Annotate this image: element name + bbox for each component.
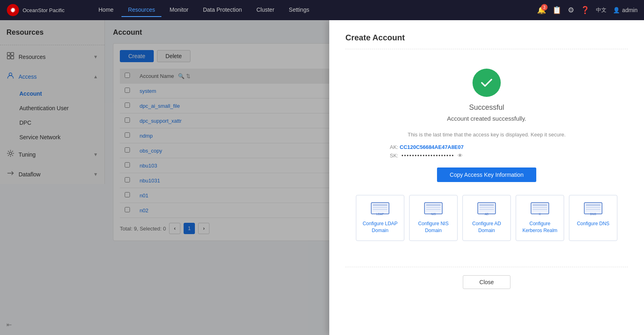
nav-monitor[interactable]: Monitor (163, 3, 195, 17)
ldap-label: Configure LDAP Domain (361, 220, 399, 234)
modal-title: Create Account (345, 33, 628, 49)
config-dns-card[interactable]: DNS Configure DNS (569, 195, 617, 241)
checkmark-icon (479, 75, 494, 90)
sk-label: SK: (390, 153, 398, 159)
svg-rect-28 (533, 207, 547, 208)
svg-text:LDAP: LDAP (376, 213, 384, 216)
notification-icon[interactable]: 🔔 3 (537, 6, 546, 15)
nav-home[interactable]: Home (92, 3, 120, 17)
dns-label: Configure DNS (577, 220, 610, 227)
success-section: Successful Account created successfully.… (345, 59, 628, 267)
nav-resources[interactable]: Resources (121, 3, 161, 17)
ldap-icon: LDAP (370, 202, 390, 216)
svg-rect-14 (373, 209, 387, 210)
sk-hidden: •••••••••••••••••••• (401, 153, 454, 159)
topnav-links: Home Resources Monitor Data Protection C… (92, 3, 537, 17)
modal-footer: Close (345, 267, 628, 289)
user-avatar-icon: 👤 (613, 7, 620, 13)
modal-overlay: Create Account Successful Account create… (0, 20, 644, 335)
ad-icon: AD (477, 202, 496, 216)
kerberos-icon: K (530, 202, 550, 216)
svg-rect-24 (479, 209, 494, 210)
sk-toggle-icon[interactable]: 👁 (458, 153, 463, 159)
svg-rect-22 (479, 204, 494, 206)
svg-text:NIS: NIS (431, 213, 436, 216)
huawei-logo (6, 4, 19, 17)
ak-value: CC120C56684AE47A8E07 (400, 144, 464, 150)
success-title: Successful (469, 103, 504, 112)
config-ldap-card[interactable]: LDAP Configure LDAP Domain (356, 195, 404, 241)
svg-rect-19 (426, 209, 441, 210)
language-toggle[interactable]: 中文 (596, 6, 606, 14)
config-ad-card[interactable]: AD Configure AD Domain (462, 195, 511, 241)
ak-label: AK: (390, 144, 398, 150)
modal-panel: Create Account Successful Account create… (329, 20, 644, 335)
copy-access-key-button[interactable]: Copy Access Key Information (437, 168, 537, 182)
topnav-right: 🔔 3 📋 ⚙ ❓ 中文 👤 admin (537, 6, 638, 15)
svg-rect-13 (373, 207, 387, 208)
dns-icon: DNS (583, 202, 603, 216)
nav-cluster[interactable]: Cluster (250, 3, 280, 17)
svg-rect-27 (533, 204, 547, 206)
nis-icon: NIS (424, 202, 443, 216)
sk-row: SK: •••••••••••••••••••• 👁 (390, 153, 583, 159)
topnav: OceanStor Pacific Home Resources Monitor… (0, 0, 644, 20)
svg-rect-33 (586, 207, 600, 208)
svg-rect-32 (586, 204, 600, 206)
config-kerberos-card[interactable]: K Configure Kerberos Realm (516, 195, 564, 241)
svg-rect-29 (533, 209, 547, 210)
key-notice: This is the last time that the access ke… (408, 132, 566, 138)
config-nis-card[interactable]: NIS Configure NIS Domain (409, 195, 458, 241)
kerberos-label: Configure Kerberos Realm (521, 220, 559, 234)
svg-rect-17 (426, 204, 441, 206)
svg-rect-12 (373, 204, 387, 206)
user-menu[interactable]: 👤 admin (613, 7, 638, 13)
help-icon[interactable]: ❓ (581, 6, 590, 15)
nav-settings[interactable]: Settings (282, 3, 316, 17)
nis-label: Configure NIS Domain (414, 220, 452, 234)
svg-text:DNS: DNS (590, 213, 596, 216)
svg-rect-23 (479, 207, 494, 208)
user-name: admin (622, 7, 638, 13)
brand-name: OceanStor Pacific (23, 7, 65, 13)
settings-icon[interactable]: ⚙ (568, 6, 574, 15)
svg-text:AD: AD (485, 213, 489, 216)
ak-row: AK: CC120C56684AE47A8E07 (390, 144, 583, 150)
close-button[interactable]: Close (463, 275, 510, 289)
clipboard-icon[interactable]: 📋 (552, 6, 561, 15)
svg-rect-34 (586, 209, 600, 210)
svg-text:K: K (539, 213, 541, 216)
notification-badge: 3 (541, 4, 548, 10)
nav-data-protection[interactable]: Data Protection (197, 3, 249, 17)
ad-label: Configure AD Domain (468, 220, 506, 234)
brand: OceanStor Pacific (6, 4, 79, 17)
config-cards: LDAP Configure LDAP Domain NIS Configure… (356, 195, 617, 241)
success-icon (473, 69, 501, 97)
svg-rect-18 (426, 207, 441, 208)
success-subtitle: Account created successfully. (447, 115, 526, 122)
